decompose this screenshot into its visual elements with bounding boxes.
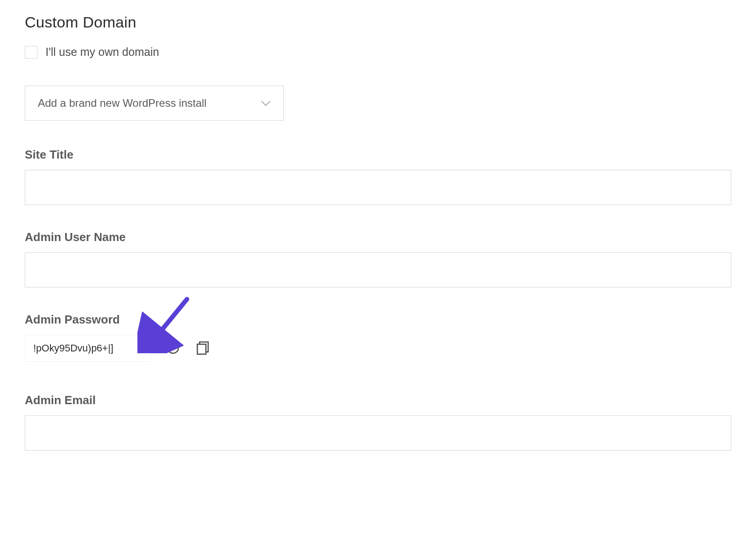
admin-email-group: Admin Email (25, 393, 731, 451)
admin-email-label: Admin Email (25, 393, 731, 407)
admin-username-group: Admin User Name (25, 230, 731, 287)
admin-email-input[interactable] (25, 415, 731, 451)
site-title-input[interactable] (25, 170, 731, 205)
site-title-label: Site Title (25, 148, 731, 162)
admin-password-label: Admin Password (25, 313, 731, 327)
refresh-icon (165, 340, 181, 357)
own-domain-checkbox-row: I'll use my own domain (25, 46, 731, 59)
admin-password-group: Admin Password !pOky95Dvu)p6+|] (25, 313, 731, 362)
admin-username-label: Admin User Name (25, 230, 731, 244)
regenerate-password-button[interactable] (164, 338, 182, 359)
copy-password-button[interactable] (193, 338, 212, 359)
own-domain-checkbox[interactable] (25, 46, 37, 59)
custom-domain-section: Custom Domain I'll use my own domain (25, 14, 731, 59)
install-type-select[interactable]: Add a brand new WordPress install (25, 86, 284, 121)
svg-rect-1 (197, 344, 206, 354)
install-select-container: Add a brand new WordPress install (25, 86, 284, 121)
copy-icon (195, 340, 210, 357)
install-type-selected-label: Add a brand new WordPress install (38, 97, 206, 109)
own-domain-label: I'll use my own domain (46, 46, 159, 59)
site-title-group: Site Title (25, 148, 731, 205)
admin-username-input[interactable] (25, 252, 731, 287)
chevron-down-icon (261, 97, 271, 109)
custom-domain-heading: Custom Domain (25, 14, 731, 31)
admin-password-value[interactable]: !pOky95Dvu)p6+|] (25, 335, 151, 362)
